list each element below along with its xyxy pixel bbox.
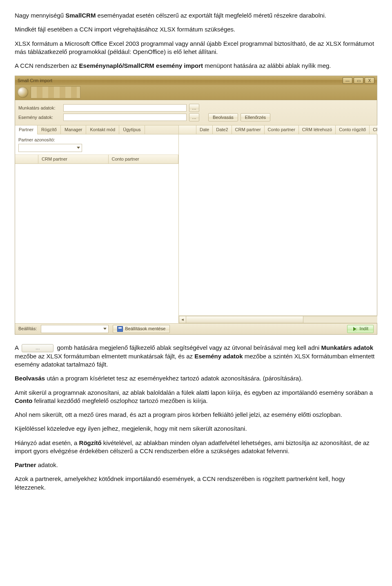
tab-partner[interactable]: Partner [15,125,38,134]
form-area: Munkatárs adatok: … Esemény adatok: … Be… [15,100,377,125]
chevron-down-icon [103,328,107,330]
paragraph: Kijelöléssel közeledve egy ilyen jelhez,… [15,425,377,433]
minimize-button[interactable]: — [343,77,352,84]
close-button[interactable]: X [365,77,374,84]
esemeny-input[interactable] [63,114,187,121]
paragraph: Beolvasás után a program kísérletet tesz… [15,374,377,382]
paragraph: Amit sikerül a programnak azonosítani, a… [15,389,377,405]
paragraph: A … gomb hatására megjelenő fájlkezelő a… [15,344,377,369]
munkatars-label: Munkatárs adatok: [18,105,61,111]
paragraph: Mindkét fájl esetében a CCN import végre… [15,25,377,34]
rcol-crmletrehozo[interactable]: CRM létrehozó [299,125,336,134]
munkatars-input[interactable] [63,104,187,112]
ribbon [15,85,377,100]
munkatars-browse-button[interactable]: … [189,104,199,112]
left-col-conto[interactable]: Conto partner [109,155,179,163]
tabs: Partner Rögzítő Manager Kontakt mód Ügyt… [15,125,178,134]
rcol-contorogzito[interactable]: Conto rögzítő [336,125,370,134]
tab-kontaktmod[interactable]: Kontakt mód [86,125,119,134]
save-settings-button[interactable]: Beállítások mentése [113,325,170,333]
left-column-headers: CRM partner Conto partner [15,155,178,164]
ribbon-decoration [31,86,80,98]
hscrollbar[interactable]: ◄ ► [179,315,377,323]
indit-button[interactable]: Indít [347,325,374,333]
esemeny-label: Esemény adatok: [18,114,61,121]
partner-azonosito-label: Partner azonosító: [18,137,55,143]
paragraph: Nagy mennyiségű SmallCRM eseményadat ese… [15,11,377,20]
partner-azonosito-combo[interactable] [18,144,82,152]
body-panes: Partner Rögzítő Manager Kontakt mód Ügyt… [15,125,377,323]
app-orb-icon[interactable] [18,87,28,98]
scroll-thumb[interactable] [186,316,303,323]
paragraph: XLSX formátum a Microsoft Office Excel 2… [15,40,377,56]
left-pane: Partner Rögzítő Manager Kontakt mód Ügyt… [15,125,179,323]
left-grid[interactable] [15,164,178,323]
paragraph: Partner adatok. [15,461,377,469]
rcol-date2[interactable]: Date2 [213,125,232,134]
tab-rogzito[interactable]: Rögzítő [38,125,61,134]
window-title: Small Crm import [18,78,341,84]
paragraph: Hiányzó adat esetén, a Rögzítő kivételév… [15,439,377,456]
rcol-contopartner[interactable]: Conto partner [265,125,299,134]
beolvasas-button[interactable]: Beolvasás [208,113,238,121]
titlebar[interactable]: Small Crm import — ▭ X [15,76,377,85]
play-icon [352,327,357,331]
esemeny-browse-button[interactable]: … [189,113,199,121]
app-window: Small Crm import — ▭ X Munkatárs adatok:… [15,76,377,335]
inline-dots-button: … [22,344,53,352]
paragraph: Ahol nem sikerült, ott a mező üres marad… [15,411,377,419]
right-column-headers: Date Date2 CRM partner Conto partner CRM… [179,125,377,134]
scroll-left-icon[interactable]: ◄ [179,316,186,323]
paragraph: A CCN rendszerben az Eseménynapló/SmallC… [15,62,377,70]
rcol-date[interactable]: Date [196,125,213,134]
right-grid[interactable] [179,134,377,315]
beallitas-combo[interactable] [41,325,109,333]
partner-azonosito-row: Partner azonosító: [15,134,178,155]
rcol-crmmanager[interactable]: CRM manager [370,125,377,134]
beallitas-label: Beállítás: [18,326,37,332]
save-icon [117,326,123,332]
rcol-crmpartner[interactable]: CRM partner [232,125,265,134]
left-col-crm[interactable]: CRM partner [38,155,109,163]
footer-bar: Beállítás: Beállítások mentése Indít [15,323,377,334]
right-pane: Date Date2 CRM partner Conto partner CRM… [179,125,377,323]
ellenorzes-button[interactable]: Ellenőrzés [241,113,270,121]
tab-manager[interactable]: Manager [61,125,86,134]
chevron-down-icon [77,147,80,149]
scroll-track[interactable] [186,316,377,323]
paragraph: Azok a partnerek, amelyekhez kötődnek im… [15,475,377,492]
tab-ugytipus[interactable]: Ügytípus [119,125,145,134]
maximize-button[interactable]: ▭ [354,77,363,84]
